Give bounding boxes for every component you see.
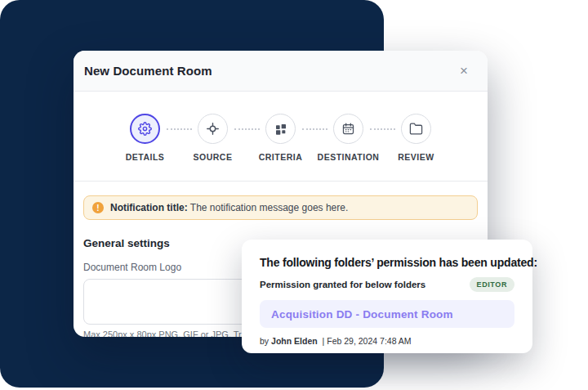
toast-title: The following folders’ permission has be… [260,256,514,269]
step-details[interactable]: DETAILS [124,114,167,181]
step-review-label: REVIEW [398,152,434,162]
byline-author: John Elden [271,336,318,346]
folder-name-link: Acquisition DD - Document Room [271,308,453,321]
modal-title: New Document Room [84,64,212,78]
step-details-label: DETAILS [126,152,165,162]
step-review-circle [401,114,431,144]
step-connector [370,128,395,181]
step-source-circle [198,114,228,144]
toast-subtitle-row: Permission granted for below folders EDI… [260,277,514,292]
step-source[interactable]: SOURCE [192,114,234,181]
notification-title: Notification title: [110,202,188,213]
byline-timestamp: | Feb 29, 2024 7:48 AM [323,336,412,346]
crosshair-icon [206,122,220,136]
byline-prefix: by [260,336,269,346]
grid-icon [274,123,287,136]
folder-row[interactable]: Acquisition DD - Document Room [260,300,514,328]
stepper: DETAILS SOURCE CRITERIA [74,92,488,182]
step-destination[interactable]: DESTINATION [327,114,370,181]
modal-header: New Document Room × [74,51,488,92]
step-review[interactable]: REVIEW [395,114,438,181]
folder-icon [409,122,423,136]
step-details-circle [130,114,160,144]
step-connector [167,128,192,181]
step-criteria-label: CRITERIA [259,152,303,162]
permission-toast: The following folders’ permission has be… [242,240,532,353]
close-icon: × [460,63,468,78]
gear-icon [138,122,152,136]
step-source-label: SOURCE [194,152,233,162]
notification-text: Notification title: The notification mes… [110,202,348,213]
close-button[interactable]: × [460,64,468,78]
step-criteria[interactable]: CRITERIA [260,114,302,181]
notification-message: The notification message goes here. [190,202,348,213]
notification-banner: ! Notification title: The notification m… [83,195,478,220]
editor-badge: EDITOR [470,277,514,292]
calendar-icon [341,122,355,136]
toast-byline: byJohn Elden | Feb 29, 2024 7:48 AM [260,336,514,346]
step-criteria-circle [265,114,296,144]
toast-subtitle: Permission granted for below folders [260,280,425,289]
step-connector [234,128,260,181]
warning-icon: ! [92,202,104,213]
step-destination-circle [333,114,363,144]
